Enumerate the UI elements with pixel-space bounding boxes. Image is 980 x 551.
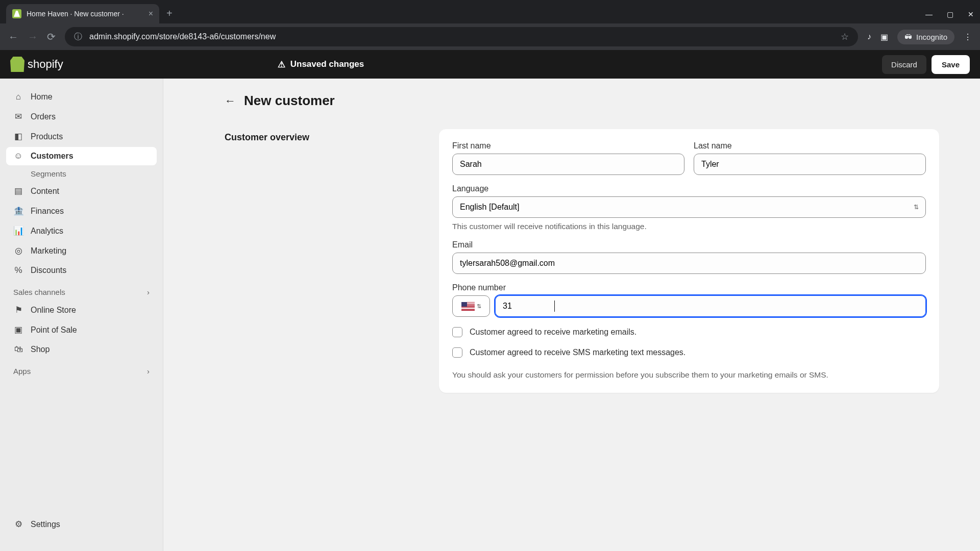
browser-toolbar: ← → ⟳ ⓘ admin.shopify.com/store/de8143-a… <box>0 23 980 50</box>
forward-icon[interactable]: → <box>28 31 38 43</box>
sidebar-label: Shop <box>31 345 50 354</box>
section-label: Apps <box>13 367 31 375</box>
sidebar-section-sales[interactable]: Sales channels› <box>6 281 157 300</box>
marketing-sms-checkbox[interactable] <box>452 347 462 358</box>
sidebar-label: Online Store <box>31 306 76 315</box>
reload-icon[interactable]: ⟳ <box>47 31 56 43</box>
sidebar-label: Home <box>31 92 53 102</box>
discard-button[interactable]: Discard <box>882 55 926 74</box>
products-icon: ◧ <box>13 131 23 142</box>
marketing-disclosure-text: You should ask your customers for permis… <box>452 369 926 381</box>
last-name-input[interactable] <box>694 154 926 175</box>
tab-title: Home Haven · New customer · <box>27 10 143 18</box>
sidebar-item-pos[interactable]: ▣Point of Sale <box>6 320 157 339</box>
marketing-emails-label: Customer agreed to receive marketing ema… <box>470 328 636 337</box>
unsaved-label: Unsaved changes <box>290 59 364 69</box>
sidebar-item-discounts[interactable]: %Discounts <box>6 261 157 280</box>
sidebar-label: Marketing <box>31 246 66 256</box>
warning-icon: ⚠ <box>278 59 285 70</box>
email-input[interactable] <box>452 253 926 274</box>
last-name-label: Last name <box>694 141 926 151</box>
incognito-badge[interactable]: 🕶 Incognito <box>897 30 954 44</box>
sidebar-label: Customers <box>31 152 74 161</box>
us-flag-icon <box>461 302 475 311</box>
language-select[interactable] <box>452 196 926 218</box>
sidebar-label: Analytics <box>31 227 63 236</box>
address-bar[interactable]: ⓘ admin.shopify.com/store/de8143-a6/cust… <box>65 27 858 46</box>
page-title: New customer <box>244 93 335 109</box>
sidebar-item-customers[interactable]: ☺Customers <box>6 147 157 165</box>
section-title: Customer overview <box>225 129 419 393</box>
home-icon: ⌂ <box>13 92 23 102</box>
save-button[interactable]: Save <box>932 55 970 74</box>
browser-tab[interactable]: Home Haven · New customer · × <box>6 4 159 23</box>
phone-input[interactable] <box>495 295 926 317</box>
bookmark-icon[interactable]: ☆ <box>841 31 849 42</box>
menu-icon[interactable]: ⋮ <box>964 32 972 42</box>
language-help-text: This customer will receive notifications… <box>452 222 926 231</box>
marketing-icon: ◎ <box>13 245 23 256</box>
music-icon[interactable]: ♪ <box>867 32 871 41</box>
sidebar-label: Settings <box>31 520 60 529</box>
content-icon: ▤ <box>13 186 23 196</box>
minimize-icon[interactable]: — <box>925 10 933 18</box>
select-caret-icon: ⇅ <box>477 303 481 310</box>
sidebar-label: Content <box>31 187 59 196</box>
sidebar-item-marketing[interactable]: ◎Marketing <box>6 241 157 260</box>
close-window-icon[interactable]: ✕ <box>968 10 974 18</box>
sidebar-item-orders[interactable]: ✉Orders <box>6 107 157 126</box>
panel-icon[interactable]: ▣ <box>880 32 888 42</box>
text-cursor <box>554 300 555 312</box>
close-tab-icon[interactable]: × <box>149 9 153 18</box>
incognito-icon: 🕶 <box>904 33 912 41</box>
sidebar-item-home[interactable]: ⌂Home <box>6 88 157 106</box>
unsaved-changes-indicator: ⚠ Unsaved changes <box>278 59 364 70</box>
chevron-right-icon: › <box>147 367 150 375</box>
url-text: admin.shopify.com/store/de8143-a6/custom… <box>89 32 276 41</box>
sidebar-item-settings[interactable]: ⚙Settings <box>6 515 157 534</box>
sidebar-item-products[interactable]: ◧Products <box>6 127 157 146</box>
back-icon[interactable]: ← <box>8 31 18 43</box>
browser-tab-strip: Home Haven · New customer · × + — ▢ ✕ <box>0 0 980 23</box>
marketing-sms-label: Customer agreed to receive SMS marketing… <box>470 348 685 357</box>
window-controls: — ▢ ✕ <box>925 10 974 23</box>
sidebar: ⌂Home ✉Orders ◧Products ☺Customers Segme… <box>0 79 163 551</box>
marketing-emails-checkbox[interactable] <box>452 327 462 337</box>
shop-icon: 🛍 <box>13 344 23 355</box>
discounts-icon: % <box>13 265 23 276</box>
incognito-label: Incognito <box>916 33 947 41</box>
first-name-label: First name <box>452 141 684 151</box>
new-tab-button[interactable]: + <box>166 8 173 23</box>
sidebar-item-analytics[interactable]: 📊Analytics <box>6 221 157 240</box>
sidebar-label: Discounts <box>31 266 66 275</box>
sidebar-item-finances[interactable]: 🏦Finances <box>6 202 157 220</box>
language-label: Language <box>452 184 926 193</box>
sidebar-item-segments[interactable]: Segments <box>6 166 157 182</box>
page-header: ← New customer <box>225 93 960 109</box>
site-info-icon[interactable]: ⓘ <box>74 32 82 42</box>
country-code-select[interactable]: ⇅ <box>452 295 490 317</box>
customers-icon: ☺ <box>13 151 23 161</box>
pos-icon: ▣ <box>13 324 23 335</box>
sidebar-section-apps[interactable]: Apps› <box>6 360 157 380</box>
maximize-icon[interactable]: ▢ <box>947 10 953 18</box>
customer-overview-card: First name Last name Language ⇅ This cus… <box>439 129 939 393</box>
sidebar-label: Point of Sale <box>31 325 77 335</box>
chevron-right-icon: › <box>147 288 150 296</box>
finances-icon: 🏦 <box>13 206 23 216</box>
phone-label: Phone number <box>452 283 926 292</box>
sidebar-item-shop[interactable]: 🛍Shop <box>6 340 157 359</box>
shopify-logo[interactable]: shopify <box>10 57 63 72</box>
shopify-bag-icon <box>10 57 24 72</box>
sidebar-label: Finances <box>31 207 64 216</box>
sidebar-item-content[interactable]: ▤Content <box>6 182 157 201</box>
sidebar-label: Products <box>31 132 63 141</box>
section-label: Sales channels <box>13 288 65 296</box>
email-label: Email <box>452 240 926 249</box>
back-arrow-icon[interactable]: ← <box>225 94 236 108</box>
shopify-favicon <box>12 9 21 18</box>
orders-icon: ✉ <box>13 111 23 122</box>
sidebar-item-online-store[interactable]: ⚑Online Store <box>6 300 157 319</box>
first-name-input[interactable] <box>452 154 684 175</box>
main-content: ← New customer Customer overview First n… <box>163 79 980 551</box>
